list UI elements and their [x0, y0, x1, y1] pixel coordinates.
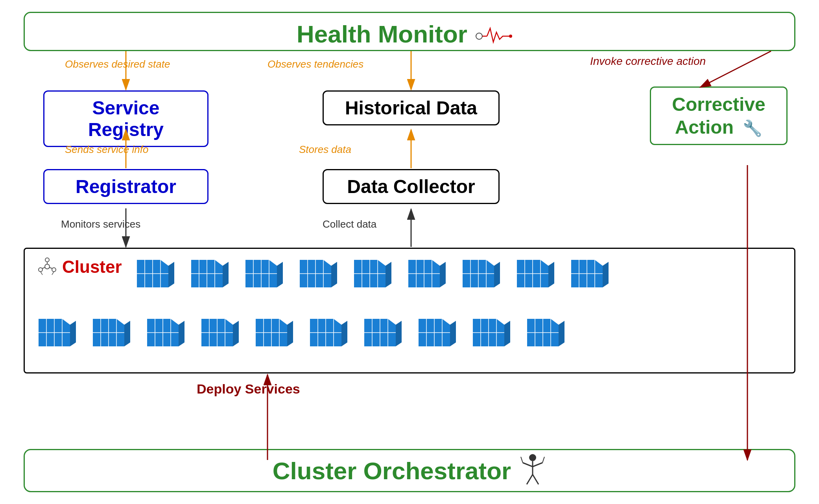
svg-line-8: [42, 267, 45, 269]
svg-marker-44: [440, 262, 446, 287]
registrator-label: Registrator: [56, 176, 196, 197]
container-13: [196, 315, 239, 350]
svg-marker-98: [341, 321, 347, 346]
container-11: [87, 315, 130, 350]
sends-service-info-label: Sends service info: [65, 143, 148, 156]
molecule-icon: [37, 256, 58, 278]
health-monitor-box: Health Monitor: [24, 12, 795, 51]
invoke-corrective-label: Invoke corrective action: [590, 55, 706, 68]
svg-point-5: [52, 268, 56, 272]
cluster-box: Cluster: [24, 248, 795, 373]
svg-marker-20: [223, 262, 229, 287]
registrator-box: Registrator: [43, 169, 208, 204]
svg-marker-104: [396, 321, 402, 346]
svg-point-127: [529, 454, 536, 461]
stores-data-label: Stores data: [299, 143, 351, 156]
svg-marker-56: [548, 262, 554, 287]
svg-point-6: [45, 264, 50, 269]
data-collector-box: Data Collector: [323, 169, 500, 204]
container-2: [185, 256, 229, 291]
cluster-orchestrator-label: Cluster Orchestrator: [273, 457, 511, 485]
svg-line-133: [527, 475, 533, 484]
svg-marker-38: [386, 262, 391, 287]
deploy-services-label: Deploy Services: [197, 381, 300, 397]
containers-row-1: [131, 256, 786, 291]
svg-marker-68: [70, 321, 76, 346]
health-monitor-label: Health Monitor: [297, 20, 467, 48]
svg-point-2: [509, 35, 512, 38]
container-17: [413, 315, 456, 350]
svg-marker-13: [168, 262, 174, 287]
container-16: [358, 315, 402, 350]
container-14: [250, 315, 293, 350]
svg-line-129: [523, 463, 533, 467]
health-icon: [475, 24, 522, 44]
data-collector-label: Data Collector: [336, 176, 487, 197]
corrective-action-label: Corrective Action 🔧: [663, 93, 775, 138]
svg-line-132: [542, 457, 544, 463]
svg-line-10: [41, 272, 42, 275]
svg-line-11: [52, 272, 54, 275]
service-registry-label: Service Registry: [56, 97, 196, 140]
container-8: [511, 256, 554, 291]
conductor-icon: [519, 453, 546, 488]
svg-point-0: [476, 33, 482, 39]
container-4: [294, 256, 337, 291]
cluster-label: Cluster: [37, 256, 122, 278]
svg-point-3: [45, 258, 49, 262]
svg-marker-80: [179, 321, 184, 346]
container-7: [457, 256, 500, 291]
svg-marker-14: [137, 256, 174, 260]
cluster-title: Cluster: [62, 257, 122, 277]
container-5: [348, 256, 391, 291]
service-registry-box: Service Registry: [43, 90, 208, 147]
svg-marker-122: [559, 321, 564, 346]
health-monitor-title: Health Monitor: [41, 20, 778, 48]
svg-marker-26: [277, 262, 283, 287]
svg-marker-50: [494, 262, 500, 287]
svg-marker-74: [124, 321, 130, 346]
svg-line-130: [521, 457, 523, 463]
container-15: [304, 315, 347, 350]
observes-desired-state-label: Observes desired state: [65, 58, 170, 70]
svg-line-9: [49, 267, 52, 269]
svg-marker-62: [603, 262, 609, 287]
svg-marker-32: [331, 262, 337, 287]
svg-line-131: [533, 463, 542, 467]
container-19: [521, 315, 564, 350]
container-10: [33, 315, 76, 350]
svg-marker-116: [504, 321, 510, 346]
collect-data-label: Collect data: [323, 218, 376, 230]
historical-data-label: Historical Data: [336, 97, 487, 119]
svg-point-4: [39, 268, 42, 272]
observes-tendencies-label: Observes tendencies: [267, 58, 363, 70]
container-6: [402, 256, 446, 291]
diagram-container: Health Monitor Service Registry Registra…: [0, 0, 819, 504]
container-12: [141, 315, 184, 350]
svg-marker-110: [450, 321, 456, 346]
container-18: [467, 315, 510, 350]
containers-row-2: [33, 315, 786, 350]
container-9: [565, 256, 609, 291]
svg-marker-92: [287, 321, 293, 346]
svg-marker-86: [233, 321, 239, 346]
wrench-person-icon: 🔧: [743, 120, 762, 137]
container-1: [131, 256, 174, 291]
historical-data-box: Historical Data: [323, 90, 500, 125]
monitors-services-label: Monitors services: [61, 218, 140, 230]
svg-line-146: [700, 51, 771, 87]
container-3: [240, 256, 283, 291]
svg-line-134: [533, 475, 539, 484]
corrective-action-box: Corrective Action 🔧: [650, 86, 788, 145]
cluster-orchestrator-box: Cluster Orchestrator: [24, 449, 795, 492]
